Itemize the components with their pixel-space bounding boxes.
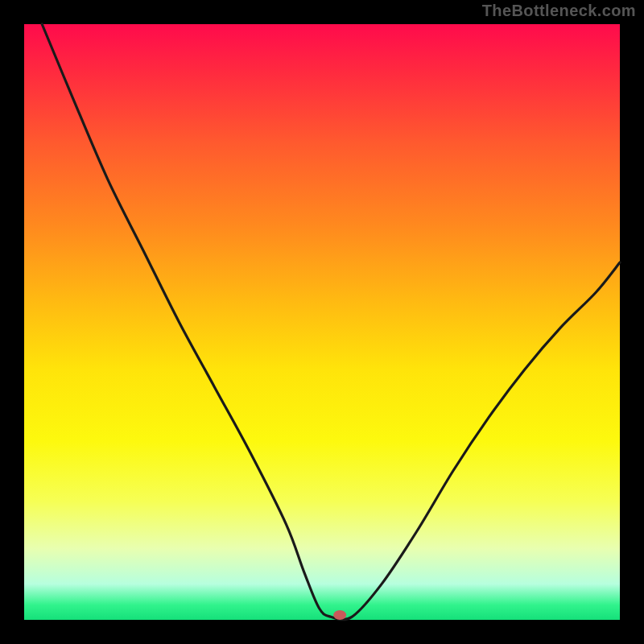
minimum-marker: [333, 610, 346, 620]
chart-svg: [24, 24, 620, 620]
watermark-text: TheBottleneck.com: [482, 2, 636, 20]
plot-area: [24, 24, 620, 620]
chart-frame: TheBottleneck.com: [0, 0, 644, 644]
bottleneck-curve: [42, 24, 620, 620]
